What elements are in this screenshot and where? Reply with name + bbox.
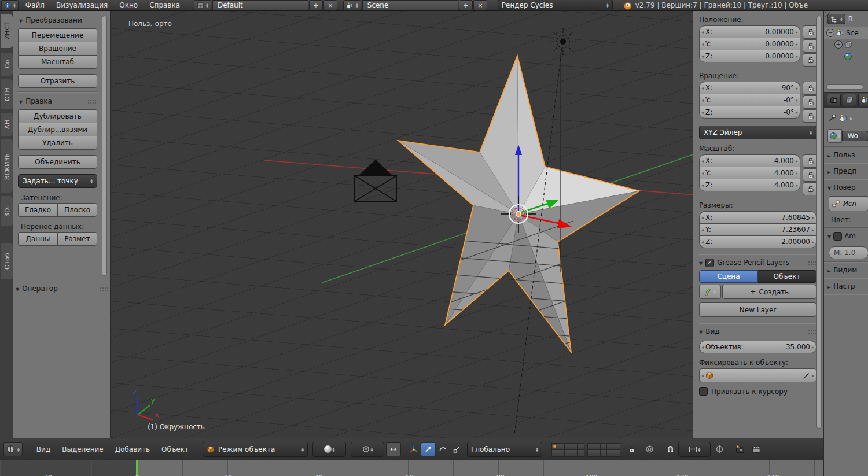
camera-object[interactable] [355,160,396,201]
panel-header-grease-pencil[interactable]: Grease Pencil Layers [699,257,819,268]
translate-button[interactable]: Перемещение [18,28,97,42]
menu-help[interactable]: Справка [144,0,186,10]
scale-z-field[interactable]: Z:4.000 [699,179,800,191]
tab-grease-pencil[interactable]: ЭСКИЗЫ [1,139,13,193]
dimensions-y-field[interactable]: Y:7.23607 [699,223,816,235]
gp-datablock-dropdown[interactable] [699,285,721,299]
viewport-3d[interactable]: Польз.-орто Z y x (1) Окружность [111,11,693,438]
panel-grip-icon[interactable] [808,261,816,265]
rotation-mode-dropdown[interactable]: XYZ Эйлер [699,126,816,139]
editor-type-button[interactable] [3,442,23,456]
rotate-button[interactable]: Вращение [18,42,97,55]
gp-new-layer-button[interactable]: New Layer [699,302,816,317]
expand-icon[interactable]: + [834,40,843,49]
ao-checkbox[interactable] [833,232,842,241]
tab-create[interactable]: Со [1,53,13,76]
tab-3d-print[interactable]: 3D- [1,196,13,226]
world-name-field[interactable]: Wo [842,131,868,141]
rotation-z-field[interactable]: Z:-0° [699,106,800,119]
panel-header-transform[interactable]: Преобразовани [17,14,98,26]
join-button[interactable]: Объединить [18,155,97,169]
pivot-align-toggle[interactable]: ↔ [386,442,401,456]
delete-button[interactable]: Удалить [18,136,97,150]
tab-relations[interactable]: ОТН [1,79,13,109]
duplicate-button[interactable]: Дублировать [18,109,97,123]
dimensions-z-field[interactable]: Z:2.00000 [699,235,816,248]
opengl-render-anim-button[interactable] [749,443,763,456]
opengl-render-button[interactable] [733,443,747,456]
gp-new-button[interactable]: + Создать [722,285,816,299]
tool-shelf-scrollbar[interactable] [102,16,107,276]
scene-browse-button[interactable] [343,0,361,10]
location-x-field[interactable]: X:0.00000 [699,25,800,38]
use-nodes-button[interactable]: Исп [829,196,868,211]
menu-view[interactable]: Вид [31,444,56,455]
menu-object[interactable]: Объект [156,444,194,455]
delete-layout-button[interactable]: × [323,0,337,10]
menu-file[interactable]: Файл [20,0,50,10]
render-layers-tab-icon[interactable] [843,94,856,106]
panel-header-settings[interactable]: Настр [824,278,868,294]
transfer-layout-button[interactable]: Размет [57,232,97,246]
mode-dropdown[interactable]: Режим объекта [203,442,308,457]
transfer-data-button[interactable]: Данны [18,232,57,246]
scale-x-field[interactable]: X:4.000 [699,154,800,167]
scene-name-field[interactable]: Scene [362,0,458,10]
menu-render[interactable]: Визуализация [50,0,113,10]
layers-widget[interactable] [551,443,619,456]
tab-animation[interactable]: АН [1,113,13,136]
outliner-renderlayers-row[interactable]: + [824,39,868,50]
menu-add[interactable]: Добавить [109,444,156,455]
gp-source-object-tab[interactable]: Объект [758,270,816,283]
dimensions-x-field[interactable]: X:7.60845 [699,211,816,223]
scene-tab-icon[interactable] [858,94,868,106]
viewport-shading-dropdown[interactable] [312,442,346,457]
manipulator-scale-button[interactable] [450,443,464,456]
lock-to-scene-button[interactable] [625,443,639,456]
manipulator-rotate-button[interactable] [436,443,450,456]
panel-header-edit[interactable]: Правка [17,95,98,107]
ao-multiplier-field[interactable]: М: 1.0 [829,246,868,259]
scale-y-field[interactable]: Y:4.000 [699,167,800,179]
panel-header-surface[interactable]: Повер [824,179,868,195]
add-layout-button[interactable]: + [309,0,323,10]
shade-smooth-button[interactable]: Гладко [18,203,57,217]
menu-select[interactable]: Выделение [56,444,109,455]
lock-object-field[interactable] [699,368,816,382]
screen-layout-browse-button[interactable] [194,0,211,10]
snap-toggle-button[interactable] [663,443,677,456]
panel-grip-icon[interactable] [808,330,816,334]
mirror-button[interactable]: Отразить [18,74,97,88]
grease-pencil-checkbox[interactable] [705,259,714,267]
set-origin-dropdown[interactable]: Задать... точку [18,174,97,188]
pin-icon[interactable] [827,113,837,123]
panel-grip-icon[interactable] [87,99,96,104]
gp-source-scene-tab[interactable]: Сцена [699,270,758,283]
lamp-object[interactable] [549,27,577,56]
manipulator-translate-button[interactable] [421,442,436,456]
snap-target-button[interactable] [712,443,726,456]
duplicate-linked-button[interactable]: Дублир...вязями [18,123,97,136]
render-tab-icon[interactable] [827,94,841,106]
timeline[interactable]: -20 0 20 40 60 80 100 120 140 [0,460,823,476]
editor-type-info-button[interactable] [1,0,19,10]
panel-header-preview[interactable]: Предп [824,163,868,179]
shade-flat-button[interactable]: Плоско [57,203,97,217]
menu-window[interactable]: Окно [113,0,144,10]
rotation-x-field[interactable]: X:90° [699,82,800,94]
pivot-point-dropdown[interactable] [351,442,384,457]
world-browse-button[interactable] [827,129,842,143]
panel-grip-icon[interactable] [100,287,108,291]
render-engine-dropdown[interactable]: Рендер Cycles [498,0,613,11]
collapse-icon[interactable]: − [826,29,834,37]
scale-button[interactable]: Масштаб [18,55,97,69]
corner-resize-grip[interactable] [825,12,832,19]
add-scene-button[interactable]: + [459,0,473,10]
delete-scene-button[interactable]: × [473,0,487,10]
location-y-field[interactable]: Y:0.00000 [699,38,800,50]
panel-header-ray-visibility[interactable]: Видим [824,262,868,278]
cursor-lock-checkbox[interactable] [699,387,708,396]
transform-orientation-dropdown[interactable]: Глобально [467,442,542,457]
proportional-edit-button[interactable] [642,443,656,456]
n-panel-scrollbar[interactable] [816,16,822,429]
